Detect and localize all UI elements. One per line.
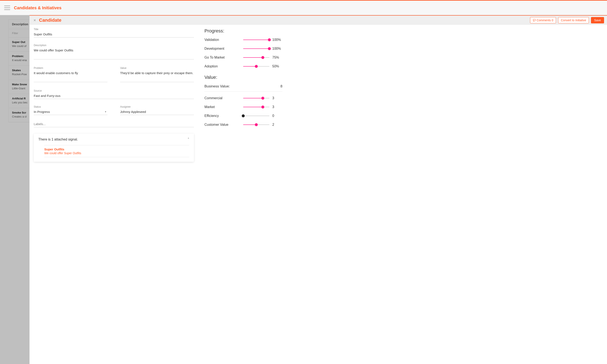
description-input[interactable] [34, 48, 194, 59]
progress-row: Go To Market75% [204, 56, 282, 59]
title-label: Title [34, 28, 194, 31]
value-number: 2 [272, 123, 282, 127]
source-label: Source [34, 89, 194, 92]
business-value-number: 8 [280, 84, 282, 89]
value-label: Efficiency [204, 114, 240, 118]
value-row: Efficiency0 [204, 114, 282, 118]
convert-to-initiative-button[interactable]: Convert to Initiative [558, 17, 589, 23]
status-label: Status [34, 105, 107, 108]
assignee-input[interactable] [120, 109, 194, 115]
business-value-label: Business Value: [204, 84, 230, 89]
save-button[interactable]: Save [591, 17, 604, 23]
menu-icon[interactable] [4, 6, 10, 10]
candidate-panel: ✕ Candidate Comments 0 Convert to Initia… [29, 15, 607, 364]
side-column: Progress: Validation100%Development100%G… [202, 25, 289, 364]
value-slider[interactable] [243, 123, 269, 126]
value-label: Market [204, 105, 240, 109]
signals-summary: There is 1 attached signal. [38, 138, 78, 141]
progress-value: 100% [272, 38, 282, 42]
progress-slider[interactable] [243, 65, 269, 68]
comment-icon [533, 19, 536, 22]
comments-button[interactable]: Comments 0 [530, 17, 556, 23]
value-row: Commercial3 [204, 96, 282, 100]
progress-slider[interactable] [243, 38, 269, 41]
value-label: Customer Value [204, 123, 240, 127]
status-select[interactable] [34, 109, 107, 115]
description-label: Description [34, 44, 194, 47]
chevron-up-icon[interactable]: ˄ [188, 137, 189, 141]
title-input[interactable] [34, 32, 194, 38]
svg-rect-0 [533, 19, 536, 21]
value-label: Value [120, 66, 194, 69]
progress-row: Adoption50% [204, 65, 282, 68]
progress-label: Adoption [204, 65, 240, 68]
labels-input[interactable] [34, 121, 194, 127]
value-number: 0 [272, 114, 282, 118]
value-row: Customer Value2 [204, 123, 282, 127]
value-label: Commercial [204, 96, 240, 100]
progress-value: 75% [272, 56, 282, 59]
comments-label: Comments 0 [537, 19, 553, 22]
page-title: Candidates & Initiatives [14, 5, 62, 10]
progress-label: Development [204, 47, 240, 51]
progress-slider[interactable] [243, 47, 269, 50]
progress-label: Go To Market [204, 56, 240, 59]
panel-header: ✕ Candidate Comments 0 Convert to Initia… [29, 16, 607, 25]
progress-value: 50% [272, 65, 282, 68]
progress-row: Development100% [204, 47, 282, 51]
app-topbar: Candidates & Initiatives [0, 0, 607, 15]
progress-row: Validation100% [204, 38, 282, 42]
form-column: Title Description Problem Value Source [29, 25, 202, 364]
value-slider[interactable] [243, 97, 269, 100]
signals-card: There is 1 attached signal. ˄ Super Outf… [34, 133, 194, 162]
modal-backdrop[interactable] [0, 15, 29, 364]
signal-item[interactable]: Super OutfitsWe could offer Super Outfit… [44, 145, 189, 157]
value-row: Market3 [204, 105, 282, 109]
assignee-label: Assignee [120, 105, 194, 108]
panel-title: Candidate [39, 17, 61, 23]
progress-slider[interactable] [243, 56, 269, 59]
value-number: 3 [272, 105, 282, 109]
value-number: 3 [272, 96, 282, 100]
value-slider[interactable] [243, 114, 269, 117]
close-icon[interactable]: ✕ [32, 17, 37, 23]
value-slider[interactable] [243, 105, 269, 108]
progress-label: Validation [204, 38, 240, 42]
value-input[interactable] [120, 70, 194, 82]
progress-heading: Progress: [204, 28, 282, 34]
source-input[interactable] [34, 93, 194, 99]
progress-value: 100% [272, 47, 282, 51]
value-heading: Value: [204, 75, 282, 80]
problem-input[interactable] [34, 70, 107, 82]
problem-label: Problem [34, 66, 107, 69]
